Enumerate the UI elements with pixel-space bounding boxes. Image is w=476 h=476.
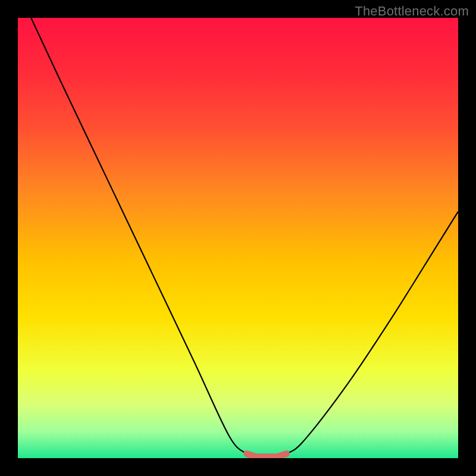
gradient-background	[18, 18, 458, 458]
watermark-text: TheBottleneck.com	[355, 4, 469, 19]
plot-svg	[18, 18, 458, 458]
optimal-zone-highlight	[247, 454, 287, 457]
bottleneck-chart: TheBottleneck.com	[0, 0, 476, 476]
